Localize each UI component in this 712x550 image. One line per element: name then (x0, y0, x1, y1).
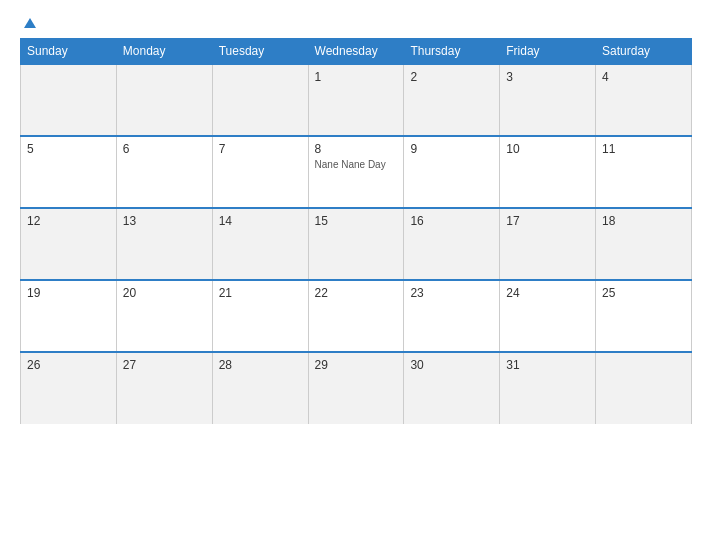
calendar-cell (21, 64, 117, 136)
calendar-cell: 11 (596, 136, 692, 208)
calendar-cell: 23 (404, 280, 500, 352)
day-number: 29 (315, 358, 398, 372)
holiday-label: Nane Nane Day (315, 159, 398, 170)
calendar-cell: 19 (21, 280, 117, 352)
calendar-cell: 6 (116, 136, 212, 208)
header (20, 18, 692, 28)
calendar-cell: 17 (500, 208, 596, 280)
calendar-page: SundayMondayTuesdayWednesdayThursdayFrid… (0, 0, 712, 550)
calendar-cell: 5 (21, 136, 117, 208)
calendar-cell: 24 (500, 280, 596, 352)
day-number: 16 (410, 214, 493, 228)
day-number: 2 (410, 70, 493, 84)
weekday-header-friday: Friday (500, 39, 596, 65)
day-number: 23 (410, 286, 493, 300)
calendar-cell: 31 (500, 352, 596, 424)
day-number: 18 (602, 214, 685, 228)
day-number: 30 (410, 358, 493, 372)
day-number: 12 (27, 214, 110, 228)
calendar-cell: 18 (596, 208, 692, 280)
calendar-cell (212, 64, 308, 136)
day-number: 10 (506, 142, 589, 156)
calendar-cell: 9 (404, 136, 500, 208)
week-row-4: 19202122232425 (21, 280, 692, 352)
day-number: 14 (219, 214, 302, 228)
calendar-cell: 3 (500, 64, 596, 136)
weekday-header-saturday: Saturday (596, 39, 692, 65)
calendar-cell: 1 (308, 64, 404, 136)
calendar-cell: 13 (116, 208, 212, 280)
calendar-cell: 29 (308, 352, 404, 424)
calendar-cell (116, 64, 212, 136)
day-number: 27 (123, 358, 206, 372)
calendar-cell: 4 (596, 64, 692, 136)
day-number: 19 (27, 286, 110, 300)
day-number: 5 (27, 142, 110, 156)
weekday-header-thursday: Thursday (404, 39, 500, 65)
day-number: 11 (602, 142, 685, 156)
day-number: 28 (219, 358, 302, 372)
day-number: 8 (315, 142, 398, 156)
weekday-header-sunday: Sunday (21, 39, 117, 65)
day-number: 4 (602, 70, 685, 84)
weekday-header-row: SundayMondayTuesdayWednesdayThursdayFrid… (21, 39, 692, 65)
calendar-cell: 28 (212, 352, 308, 424)
calendar-cell: 7 (212, 136, 308, 208)
logo-blue-text (20, 18, 36, 28)
calendar-cell: 14 (212, 208, 308, 280)
weekday-header-monday: Monday (116, 39, 212, 65)
week-row-3: 12131415161718 (21, 208, 692, 280)
day-number: 20 (123, 286, 206, 300)
calendar-cell: 25 (596, 280, 692, 352)
calendar-cell: 15 (308, 208, 404, 280)
calendar-cell: 8Nane Nane Day (308, 136, 404, 208)
calendar-cell: 20 (116, 280, 212, 352)
calendar-cell: 16 (404, 208, 500, 280)
weekday-header-tuesday: Tuesday (212, 39, 308, 65)
calendar-cell: 22 (308, 280, 404, 352)
calendar-cell (596, 352, 692, 424)
day-number: 7 (219, 142, 302, 156)
calendar-cell: 2 (404, 64, 500, 136)
day-number: 22 (315, 286, 398, 300)
calendar-cell: 30 (404, 352, 500, 424)
weekday-header-wednesday: Wednesday (308, 39, 404, 65)
calendar-cell: 21 (212, 280, 308, 352)
day-number: 1 (315, 70, 398, 84)
logo (20, 18, 36, 28)
day-number: 26 (27, 358, 110, 372)
calendar-cell: 27 (116, 352, 212, 424)
day-number: 17 (506, 214, 589, 228)
day-number: 15 (315, 214, 398, 228)
day-number: 21 (219, 286, 302, 300)
day-number: 6 (123, 142, 206, 156)
day-number: 3 (506, 70, 589, 84)
day-number: 9 (410, 142, 493, 156)
calendar-cell: 26 (21, 352, 117, 424)
day-number: 25 (602, 286, 685, 300)
calendar-cell: 10 (500, 136, 596, 208)
day-number: 31 (506, 358, 589, 372)
logo-triangle-icon (24, 18, 36, 28)
day-number: 13 (123, 214, 206, 228)
week-row-5: 262728293031 (21, 352, 692, 424)
day-number: 24 (506, 286, 589, 300)
calendar-cell: 12 (21, 208, 117, 280)
week-row-1: 1234 (21, 64, 692, 136)
week-row-2: 5678Nane Nane Day91011 (21, 136, 692, 208)
calendar-table: SundayMondayTuesdayWednesdayThursdayFrid… (20, 38, 692, 424)
